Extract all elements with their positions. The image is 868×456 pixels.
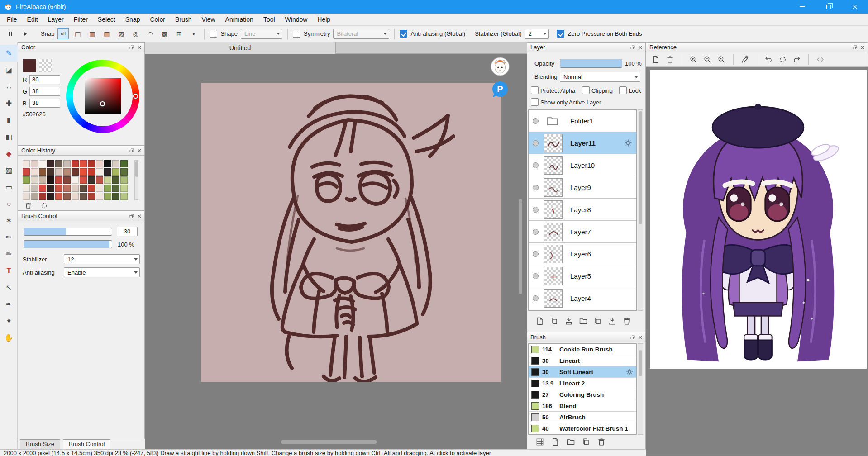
menu-filter[interactable]: Filter: [69, 14, 93, 26]
color-history-swatch[interactable]: [72, 160, 79, 167]
menu-snap[interactable]: Snap: [120, 14, 145, 26]
color-history-swatch[interactable]: [63, 193, 71, 200]
color-history-swatch[interactable]: [104, 185, 111, 192]
gradient-tool[interactable]: ▨: [0, 162, 18, 179]
color-history-swatch[interactable]: [23, 176, 30, 184]
show-only-active-checkbox[interactable]: [531, 98, 539, 106]
color-history-swatch[interactable]: [31, 160, 38, 167]
color-history-swatch[interactable]: [80, 176, 87, 184]
color-history-swatch[interactable]: [31, 168, 38, 176]
red-input[interactable]: 80: [29, 75, 60, 84]
color-history-swatch[interactable]: [47, 185, 54, 192]
layer-row-layer4[interactable]: Layer4: [529, 287, 636, 309]
layer-row-folder1[interactable]: Folder1: [529, 110, 636, 132]
layer-row-layer8[interactable]: Layer8: [529, 199, 636, 221]
color-history-swatch[interactable]: [23, 185, 30, 192]
brush-size-slider[interactable]: [24, 228, 112, 236]
layer-visibility-toggle[interactable]: [533, 207, 539, 213]
color-history-swatch[interactable]: [120, 193, 128, 200]
brush-row-airbrush[interactable]: 50 AirBrush: [529, 412, 636, 423]
color-history-swatch[interactable]: [39, 193, 46, 200]
snap-vertical-button[interactable]: ▥: [101, 28, 112, 39]
zoom-out-icon[interactable]: [703, 55, 712, 64]
shape-checkbox[interactable]: [210, 30, 217, 38]
secondary-color-swatch[interactable]: [39, 59, 52, 72]
select-eraser-tool[interactable]: ✏: [0, 246, 18, 262]
color-history-swatch[interactable]: [80, 193, 87, 200]
brush-row-lineart-2[interactable]: 13.9 Lineart 2: [529, 378, 636, 389]
color-history-swatch[interactable]: [112, 176, 119, 184]
float-panel-button[interactable]: [852, 45, 858, 50]
eyedropper-tool[interactable]: ✦: [0, 313, 18, 329]
protect-alpha-checkbox[interactable]: [531, 86, 539, 94]
color-history-swatch[interactable]: [88, 176, 95, 184]
color-history-swatch[interactable]: [96, 185, 103, 192]
color-history-swatch[interactable]: [47, 176, 54, 184]
color-history-swatch[interactable]: [72, 185, 79, 192]
color-wheel[interactable]: [66, 60, 139, 133]
sv-selector[interactable]: [100, 101, 105, 106]
menu-view[interactable]: View: [197, 14, 220, 26]
flatten-save-icon[interactable]: [608, 317, 617, 326]
layer-row-layer6[interactable]: Layer6: [529, 243, 636, 265]
layer-settings-gear-icon[interactable]: [624, 138, 633, 147]
canvas-viewport[interactable]: P: [145, 54, 527, 449]
color-history-swatch[interactable]: [31, 176, 38, 184]
layer-row-layer7[interactable]: Layer7: [529, 221, 636, 243]
color-history-swatch[interactable]: [120, 176, 128, 184]
color-history-swatch[interactable]: [80, 185, 87, 192]
menu-edit[interactable]: Edit: [22, 14, 43, 26]
color-history-swatch[interactable]: [80, 160, 87, 167]
delete-layer-icon[interactable]: [622, 317, 631, 326]
color-history-swatch[interactable]: [120, 160, 128, 167]
move-tool[interactable]: ✚: [0, 95, 18, 112]
minimize-button[interactable]: [789, 0, 816, 14]
tab-brush-control[interactable]: Brush Control: [63, 439, 110, 449]
delete-brush-icon[interactable]: [597, 437, 606, 446]
pause-button[interactable]: [5, 28, 16, 40]
menu-brush[interactable]: Brush: [170, 14, 197, 26]
color-history-swatch[interactable]: [23, 193, 30, 200]
shape-select[interactable]: Line: [241, 29, 282, 39]
layer-list-scrollbar[interactable]: [638, 109, 643, 311]
color-history-swatch[interactable]: [63, 168, 71, 176]
brush-preview-icon[interactable]: [535, 437, 544, 446]
color-history-swatch[interactable]: [23, 168, 30, 176]
clear-history-icon[interactable]: [24, 202, 32, 209]
snap-parallel-button[interactable]: ▤: [72, 28, 83, 39]
color-history-swatch[interactable]: [120, 185, 128, 192]
color-history-swatch[interactable]: [96, 168, 103, 176]
brush-folder-icon[interactable]: [566, 437, 575, 446]
color-history-swatch[interactable]: [88, 185, 95, 192]
green-input[interactable]: 38: [29, 87, 60, 96]
float-panel-button[interactable]: [129, 148, 134, 153]
layer-visibility-toggle[interactable]: [533, 140, 539, 146]
smudge-tool[interactable]: ∴: [0, 78, 18, 95]
layer-visibility-toggle[interactable]: [533, 251, 539, 257]
menu-help[interactable]: Help: [312, 14, 335, 26]
canvas-vertical-scrollbar[interactable]: [519, 199, 522, 294]
p-badge[interactable]: P: [492, 81, 508, 97]
select-rect-tool[interactable]: ▭: [0, 179, 18, 195]
clear-image-icon[interactable]: [666, 55, 674, 64]
layer-opacity-slider[interactable]: [560, 59, 622, 68]
layer-row-layer5[interactable]: Layer5: [529, 265, 636, 287]
color-history-swatch[interactable]: [112, 160, 119, 167]
blue-input[interactable]: 38: [29, 99, 60, 108]
layer-visibility-toggle[interactable]: [533, 162, 539, 168]
saturation-square[interactable]: [85, 78, 121, 114]
primary-color-swatch[interactable]: [23, 59, 36, 72]
snap-off-button[interactable]: off: [57, 28, 69, 39]
color-history-swatch[interactable]: [112, 168, 119, 176]
brush-tool[interactable]: ✎: [0, 45, 18, 62]
flip-icon[interactable]: [816, 55, 825, 64]
float-panel-button[interactable]: [129, 214, 134, 219]
color-history-swatch[interactable]: [96, 193, 103, 200]
operation-tool[interactable]: ↖: [0, 279, 18, 296]
layer-visibility-toggle[interactable]: [533, 229, 539, 235]
menu-layer[interactable]: Layer: [43, 14, 69, 26]
color-history-swatch[interactable]: [47, 193, 54, 200]
add-brush-icon[interactable]: [551, 437, 560, 446]
color-history-swatch[interactable]: [88, 160, 95, 167]
menu-window[interactable]: Window: [280, 14, 313, 26]
